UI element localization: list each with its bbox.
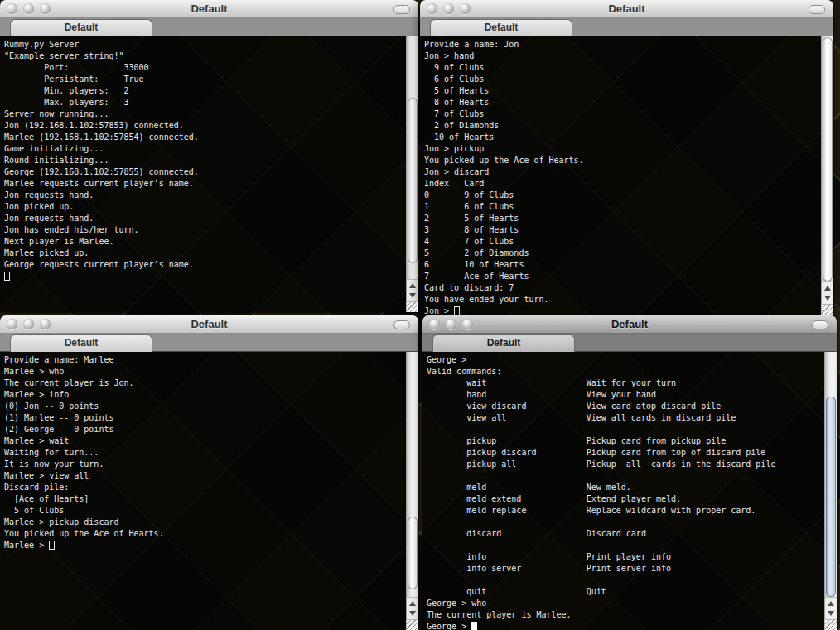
scroll-up-icon[interactable] [828,601,834,606]
scrollbar[interactable] [824,352,837,630]
window-titlebar[interactable]: Default [0,0,418,18]
toolbar-toggle-icon[interactable] [393,320,410,329]
toolbar-toggle-icon[interactable] [809,5,825,14]
scrollbar-arrows [822,281,833,304]
terminal-output[interactable]: Provide a name: Jon Jon > hand 9 of Club… [420,36,833,315]
scrollbar[interactable] [406,36,418,312]
window-titlebar[interactable]: Default [422,315,837,334]
scroll-down-icon[interactable] [409,611,416,616]
text-cursor [471,622,477,630]
scrollbar[interactable] [406,352,418,630]
tab-default[interactable]: Default [432,334,575,352]
tab-bar: Default [420,18,833,36]
scrollbar-arrows [825,597,837,619]
terminal-window-george: Default Default George > Valid commands:… [422,315,837,630]
terminal-window-marlee: Default Default Provide a name: Marlee M… [0,315,418,630]
scroll-up-icon[interactable] [409,283,416,288]
scroll-up-icon[interactable] [409,601,416,606]
terminal-output[interactable]: Provide a name: Marlee Marlee > who The … [0,352,418,551]
window-title: Default [422,315,837,334]
tab-default[interactable]: Default [10,19,152,36]
scroll-up-icon[interactable] [824,286,831,291]
window-title: Default [0,315,418,334]
scrollbar-arrows [407,597,418,619]
tab-default[interactable]: Default [430,19,572,36]
toolbar-toggle-icon[interactable] [812,320,828,329]
scrollbar-thumb[interactable] [826,397,836,597]
tab-default[interactable]: Default [10,334,152,352]
scroll-down-icon[interactable] [828,611,834,616]
terminal-content[interactable]: Provide a name: Jon Jon > hand 9 of Club… [420,36,833,315]
scrollbar-thumb[interactable] [823,37,833,281]
terminal-window-server: Default Default Rummy.py Server "Example… [0,0,418,312]
toolbar-toggle-icon[interactable] [393,5,410,14]
scrollbar[interactable] [821,36,833,315]
tab-bar: Default [0,18,418,36]
scrollbar-thumb[interactable] [408,98,418,263]
text-cursor [4,272,10,281]
window-title: Default [0,0,418,18]
scroll-down-icon[interactable] [409,293,416,298]
terminal-window-jon: Default Default Provide a name: Jon Jon … [420,0,833,315]
terminal-content[interactable]: Provide a name: Marlee Marlee > who The … [0,352,418,630]
text-cursor [49,541,55,550]
text-cursor [454,306,460,315]
resize-grip-icon[interactable] [824,619,837,630]
terminal-content[interactable]: George > Valid commands: wait Wait for y… [422,352,837,630]
terminal-content[interactable]: Rummy.py Server "Example server string!"… [0,36,418,312]
scrollbar-thumb[interactable] [408,517,418,589]
terminal-output[interactable]: George > Valid commands: wait Wait for y… [422,352,837,630]
resize-grip-icon[interactable] [406,619,418,630]
window-titlebar[interactable]: Default [420,0,833,18]
tab-bar: Default [0,334,418,352]
window-title: Default [420,0,833,18]
resize-grip-icon[interactable] [406,301,418,312]
window-titlebar[interactable]: Default [0,315,418,334]
terminal-output[interactable]: Rummy.py Server "Example server string!"… [0,36,418,282]
scrollbar-arrows [407,279,418,301]
tab-bar: Default [422,334,837,352]
resize-grip-icon[interactable] [821,304,833,315]
scroll-down-icon[interactable] [824,296,831,301]
